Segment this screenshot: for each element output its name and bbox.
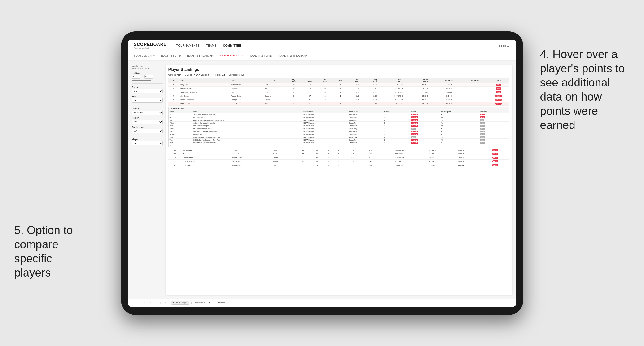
points-highlight[interactable]: 20.64 (480, 114, 485, 116)
event-row: Marc Amer An Intercollegiate NCAA Divisi… (169, 124, 509, 127)
export-button[interactable]: ⬇ (208, 301, 212, 304)
points-badge-26[interactable]: 58.49 (492, 164, 498, 166)
th-num: # (168, 78, 178, 83)
th-adj-score: Adj.Score (348, 78, 366, 83)
navbar: SCOREBOARD Powered by clippi TOURNAMENTS… (128, 40, 516, 52)
eth-event: Event (191, 110, 302, 113)
view-original-button[interactable]: 👁 View: Original (171, 301, 189, 305)
table-row: 23 Jack Lundin Missouri Fourth 11 24 0 1… (168, 152, 510, 156)
th-overall: OverallRecord (414, 78, 436, 83)
view-icon: 👁 (172, 302, 174, 304)
event-row: Tiger SEC Stroke Play hosted by Jerry Pa… (169, 138, 509, 141)
table-row: 1 Wenyi Ding Arizona State First 1 15 1 … (168, 83, 510, 86)
th-conf-rank: ConfRank (302, 78, 318, 83)
year-select[interactable]: (All) (132, 98, 163, 103)
no-rds-from-input[interactable] (132, 75, 140, 79)
divider-3 (132, 136, 163, 136)
event-row: Jake I The Cypress Point Classic NCAA Di… (169, 127, 509, 130)
event-row: Tachi (169, 144, 509, 147)
bottom-toolbar: ← → ↺ ⊕ — | ⏱ | 👁 View: Original | 👁 Wat… (128, 299, 516, 307)
points-gray[interactable]: 46.7 (480, 119, 484, 121)
subnav-player-h2h-heatmap[interactable]: PLAYER H2H HEATMAP (278, 54, 307, 58)
status-played: PLAYED (411, 114, 418, 116)
event-row: Jacob Tiger Invitational NCAA Division I… (169, 116, 509, 119)
divider-1 (132, 83, 163, 84)
copy-button[interactable]: ⊕ (148, 301, 152, 304)
no-rds-range: — (132, 75, 163, 79)
subnav-player-h2h-grid[interactable]: PLAYER H2H GRID (248, 54, 272, 58)
timer-button[interactable]: ⏱ (163, 301, 167, 304)
outer-wrapper: 4. Hover over a player's points to see a… (0, 0, 644, 346)
points-badge-4[interactable]: 68.34 (496, 95, 502, 97)
filter-conference-item: Conference: All (229, 74, 244, 76)
view-label: View: Original (175, 302, 188, 304)
sign-out-link[interactable]: Sign out (501, 44, 510, 47)
points-gray[interactable]: 65.40 (480, 142, 485, 144)
back-button[interactable]: ← (131, 301, 135, 304)
subnav-team-summary[interactable]: TEAM SUMMARY (134, 54, 155, 58)
subnav-team-h2h-grid[interactable]: TEAM H2H GRID (160, 54, 181, 58)
lower-standings-table: 22 Ian Gilligan Florida Third 10 24 1 1 … (168, 148, 510, 167)
points-gray[interactable]: 24.11 (480, 128, 485, 130)
points-badge-5[interactable]: 60.49 (496, 99, 502, 101)
division-select[interactable]: NCAA Division I (132, 111, 163, 115)
points-gray[interactable]: 25.38 (480, 136, 485, 138)
conference-select[interactable]: (All) (132, 129, 163, 133)
filter-division: Division NCAA Division I (132, 107, 163, 115)
player-select[interactable]: (All) (132, 141, 163, 146)
subnav-team-h2h-heatmap[interactable]: TEAM H2H HEATMAP (186, 54, 213, 58)
points-gray[interactable]: 57.57 (480, 125, 485, 127)
table-row-jackson: 6 Jackson Kolson Auburn First 2 27 1 1 -… (168, 102, 510, 105)
points-gray[interactable]: 73.33 (480, 122, 485, 124)
points-badge-23[interactable]: 60.27 (492, 153, 498, 155)
points-badge-6[interactable]: 58.18 (496, 103, 502, 105)
nav-tournaments[interactable]: TOURNAMENTS (176, 44, 200, 47)
reload-button[interactable]: ↺ (143, 301, 147, 304)
no-rds-slider[interactable] (132, 80, 151, 81)
points-highlight[interactable]: 53.60 (480, 116, 485, 118)
points-badge-24[interactable]: 60.02 (492, 157, 498, 159)
event-row: Brenn Wake Forest Invitational at Pinehu… (169, 119, 509, 121)
eth-rank: Rank Impact (440, 110, 479, 113)
subnav-player-summary[interactable]: PLAYER SUMMARY (218, 54, 243, 58)
points-badge-3[interactable]: 70.2 (496, 91, 501, 93)
update-time: Update time: 27/01/2024 16:56:26 (132, 65, 163, 70)
forward-button[interactable]: → (137, 301, 141, 304)
conference-label: Conference (132, 126, 163, 128)
status-played: PLAYED (411, 134, 418, 135)
points-badge-25[interactable]: 60.95 (492, 160, 498, 163)
logo-sub: Powered by clippi (134, 47, 167, 49)
eth-type: Event Type (348, 110, 383, 113)
points-badge-2[interactable]: 76.2 (496, 87, 501, 90)
watch-icon: 👁 (195, 302, 197, 304)
no-rds-to-input[interactable] (144, 75, 153, 79)
chevron-down-icon: ▾ (204, 302, 205, 304)
nav-teams[interactable]: TEAMS (206, 44, 216, 47)
gender-select[interactable]: Men (132, 89, 163, 93)
watch-button[interactable]: 👁 Watch ▾ (194, 301, 206, 304)
status-played: PLAYED (411, 131, 418, 133)
table-row: 24 Bastien Amat New Mexico Fourth 1 27 2… (168, 156, 510, 160)
nav-committee[interactable]: COMMITTEE (223, 44, 241, 47)
points-gray[interactable]: 56.18 (480, 139, 485, 141)
dash-button[interactable]: — (154, 301, 158, 304)
status-null: NULL (411, 136, 416, 138)
tablet-frame: SCOREBOARD Powered by clippi TOURNAMENTS… (121, 31, 523, 315)
event-row: Phich Southern Highlands Collegiate NCAA… (169, 121, 509, 124)
tablet-screen: SCOREBOARD Powered by clippi TOURNAMENTS… (128, 40, 516, 307)
points-gray[interactable]: 30.47 (480, 134, 485, 135)
region-select[interactable]: N/A (132, 120, 163, 124)
points-badge-22[interactable]: 60.58 (492, 149, 498, 151)
eth-rounds: Rounds (383, 110, 410, 113)
logo-text: SCOREBOARD (134, 42, 167, 47)
th-vs-top-50: Vs Top 50 (462, 78, 488, 83)
points-badge-1[interactable]: 88.2 (496, 84, 501, 86)
range-track (132, 80, 151, 81)
share-button[interactable]: ↗ Share (216, 301, 226, 304)
event-row: Jacob UNCW Seahawk Intercollegiate NCAA … (169, 113, 509, 116)
status-null: NULL (411, 128, 416, 130)
status-played: PLAYED (411, 139, 418, 141)
points-gray[interactable]: 16.92 (480, 131, 485, 133)
filter-division-item: Division: NCAA Division I (185, 74, 210, 76)
th-vs-top-25: Vs Top 25 (436, 78, 462, 83)
